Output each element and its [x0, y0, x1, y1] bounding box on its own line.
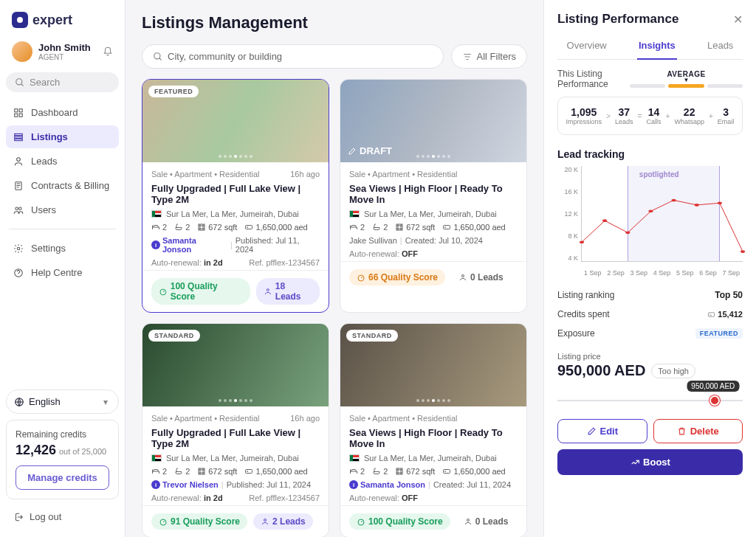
ref-number: Ref. pfflex-1234567: [249, 493, 320, 502]
quality-chip: 100 Quality Score: [349, 513, 450, 530]
svg-point-40: [672, 199, 676, 202]
spec-beds: 2: [151, 467, 167, 476]
price-slider[interactable]: 950,000 AED: [557, 387, 743, 409]
manage-credits-button[interactable]: Manage credits: [16, 465, 109, 490]
stats-row: 1,095Impressions > 37Leads = 14Calls + 2…: [557, 97, 743, 135]
user-profile[interactable]: John Smith AGENT: [6, 37, 119, 66]
listing-title: Fully Upgraded | Full Lake View | Type 2…: [151, 183, 320, 205]
spec-area: 672 sqft: [395, 467, 435, 476]
published-date: Published: Jul 11, 2024: [236, 236, 320, 254]
brand-name: expert: [32, 13, 72, 28]
tag-icon: [442, 467, 451, 476]
nav-listings[interactable]: Listings: [6, 125, 119, 148]
avatar: [12, 41, 32, 62]
tab-insights[interactable]: Insights: [637, 35, 677, 60]
slider-handle[interactable]: [709, 395, 720, 406]
tag-icon: [244, 223, 253, 232]
bed-icon: [349, 223, 358, 232]
gauge-icon: [357, 517, 365, 526]
trash-icon: [677, 426, 687, 437]
auto-renewal: in 2d: [204, 493, 223, 502]
price-value: 950,000 AED: [557, 362, 645, 379]
delete-button[interactable]: Delete: [653, 419, 743, 443]
svg-point-25: [462, 275, 464, 277]
credits-label: Remaining credits: [16, 429, 109, 440]
all-filters-button[interactable]: All Filters: [451, 44, 527, 69]
quality-chip: 91 Quality Score: [151, 513, 247, 530]
user-name: John Smith: [38, 42, 91, 53]
search-icon: [153, 52, 163, 62]
listing-image[interactable]: STANDARD: [340, 324, 526, 406]
panel-title: Listing Performance: [557, 12, 678, 27]
gauge-icon: [159, 517, 168, 526]
location: Sur La Mer, La Mer, Jumeirah, Dubai: [364, 209, 497, 218]
svg-rect-3: [15, 114, 18, 117]
published-date: Created: Jul 10, 2024: [405, 236, 483, 245]
svg-point-18: [247, 227, 248, 228]
flag-icon: [151, 454, 162, 462]
flag-icon: [349, 454, 360, 462]
quality-chip: 66 Quality Score: [349, 269, 445, 285]
svg-rect-9: [16, 181, 21, 190]
nav-help[interactable]: Help Centre: [6, 261, 119, 284]
svg-rect-16: [199, 224, 205, 230]
nav-dashboard[interactable]: Dashboard: [6, 101, 119, 124]
svg-rect-6: [15, 136, 23, 137]
listing-image[interactable]: STANDARD: [142, 324, 329, 406]
tab-leads[interactable]: Leads: [706, 35, 735, 59]
listing-card[interactable]: STANDARD Sale • Apartment • Residential …: [340, 323, 527, 537]
nav-contracts[interactable]: Contracts & Billing: [6, 174, 119, 197]
person-icon: [458, 273, 467, 282]
agent-name[interactable]: iTrevor Nielsen: [151, 480, 219, 489]
listing-image[interactable]: DRAFT: [340, 80, 526, 162]
svg-rect-7: [15, 139, 23, 140]
lead-tracking-chart: 20 K16 K12 K8 K4 K spotlighted 1 Sep2 Se…: [557, 166, 743, 277]
nav-users[interactable]: Users: [6, 198, 119, 221]
agent-name[interactable]: iSamanta Jonson: [349, 480, 425, 489]
credits-card: Remaining credits 12,426 out of 25,000 M…: [6, 420, 119, 499]
listings-icon: [13, 132, 24, 142]
categories: Sale • Apartment • Residential: [349, 414, 458, 423]
logout-button[interactable]: Log out: [6, 505, 119, 528]
dashboard-icon: [13, 108, 24, 118]
categories: Sale • Apartment • Residential: [151, 170, 260, 179]
listing-card[interactable]: STANDARD Sale • Apartment • Residential1…: [142, 323, 329, 537]
listing-card[interactable]: DRAFT Sale • Apartment • Residential Sea…: [340, 79, 527, 313]
svg-point-28: [247, 471, 248, 472]
svg-point-38: [625, 231, 630, 234]
boost-button[interactable]: Boost: [557, 449, 743, 475]
svg-point-30: [264, 519, 267, 522]
nav-settings[interactable]: Settings: [6, 237, 119, 260]
spec-area: 672 sqft: [395, 223, 435, 232]
sidebar-search[interactable]: Search: [6, 72, 119, 92]
svg-rect-2: [19, 108, 22, 111]
agent-name: Jake Sullivan: [349, 236, 397, 245]
listing-search[interactable]: City, community or building: [142, 44, 444, 69]
globe-icon: [14, 397, 24, 407]
nav-leads[interactable]: Leads: [6, 150, 119, 173]
language-select[interactable]: English ▾: [6, 389, 119, 414]
bell-icon[interactable]: [103, 46, 113, 57]
spec-baths: 2: [372, 467, 388, 476]
listing-title: Sea Views | High Floor | Ready To Move I…: [349, 183, 518, 205]
search-placeholder: Search: [30, 77, 60, 88]
svg-rect-31: [396, 468, 402, 474]
person-icon: [264, 287, 272, 296]
svg-rect-17: [246, 226, 252, 229]
tag-icon: [244, 467, 253, 476]
listing-badge: STANDARD: [148, 330, 200, 342]
spec-price: 1,650,000 aed: [442, 467, 505, 476]
leads-chip: 0 Leads: [451, 269, 511, 285]
users-icon: [13, 205, 24, 215]
listing-card[interactable]: FEATURED Sale • Apartment • Residential1…: [142, 79, 329, 313]
tab-overview[interactable]: Overview: [566, 35, 608, 59]
logout-icon: [13, 512, 24, 522]
agent-name[interactable]: iSamanta Jonson: [151, 236, 227, 254]
close-icon[interactable]: ✕: [733, 13, 743, 27]
lead-tracking-title: Lead tracking: [557, 148, 743, 160]
perf-label: This Listing Performance: [557, 69, 624, 89]
listing-image[interactable]: FEATURED: [142, 80, 329, 162]
edit-button[interactable]: Edit: [557, 419, 647, 443]
search-icon: [15, 77, 25, 88]
svg-rect-44: [709, 312, 715, 316]
